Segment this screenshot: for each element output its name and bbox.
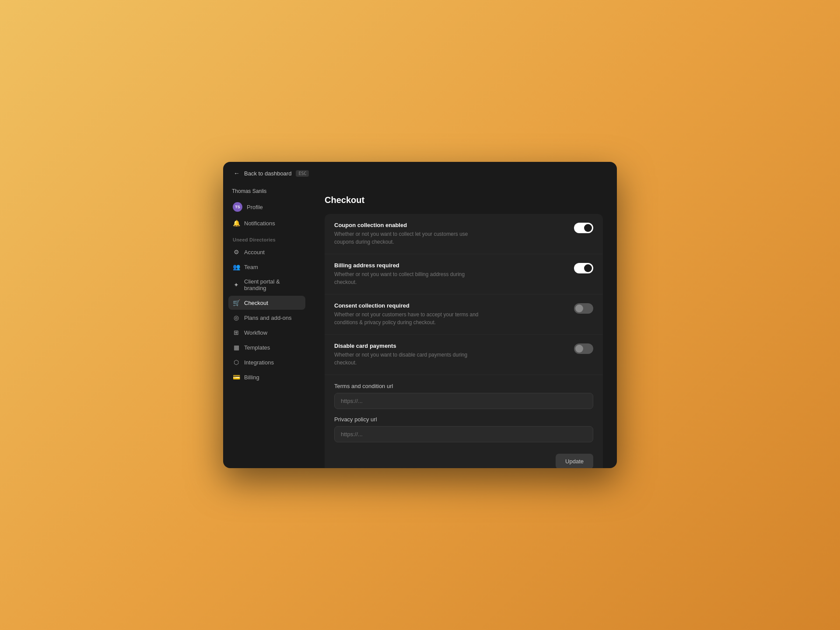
sidebar-item-label: Profile <box>247 204 263 210</box>
sidebar-item-notifications[interactable]: 🔔 Notifications <box>228 216 305 230</box>
sidebar-item-account[interactable]: ⚙ Account <box>228 245 305 259</box>
sidebar-item-label: Workflow <box>244 329 267 336</box>
toggle-thumb <box>575 304 583 312</box>
content-area: Checkout Coupon collection enabled Wheth… <box>311 185 617 468</box>
sidebar-section-org: Uneed Directories <box>228 231 305 245</box>
sidebar-item-client-portal[interactable]: ✦ Client portal & branding <box>228 275 305 295</box>
settings-card: Coupon collection enabled Whether or not… <box>325 214 603 468</box>
sidebar: Thomas Sanlis TS Profile 🔔 Notifications… <box>223 185 311 468</box>
top-bar: ← Back to dashboard ESC <box>223 162 617 185</box>
setting-text: Consent collection required Whether or n… <box>334 302 565 326</box>
sidebar-item-integrations[interactable]: ⬡ Integrations <box>228 355 305 369</box>
sidebar-item-label: Checkout <box>244 300 268 306</box>
user-name: Thomas Sanlis <box>228 185 305 199</box>
templates-icon: ▦ <box>233 344 240 351</box>
setting-text: Billing address required Whether or not … <box>334 262 565 286</box>
integrations-icon: ⬡ <box>233 359 240 366</box>
update-btn-container: Update <box>325 450 603 468</box>
setting-desc: Whether or not you want to collect billi… <box>334 270 483 286</box>
sidebar-item-team[interactable]: 👥 Team <box>228 260 305 274</box>
setting-label: Billing address required <box>334 262 565 269</box>
setting-label: Coupon collection enabled <box>334 222 565 228</box>
privacy-label: Privacy policy url <box>334 416 593 423</box>
sidebar-item-checkout[interactable]: 🛒 Checkout <box>228 296 305 310</box>
workflow-icon: ⊞ <box>233 329 240 336</box>
toggle-thumb <box>584 224 592 232</box>
setting-desc: Whether or not you want to disable card … <box>334 351 483 367</box>
consent-toggle[interactable] <box>574 303 593 314</box>
plans-icon: ◎ <box>233 314 240 321</box>
terms-label: Terms and condition url <box>334 383 593 389</box>
sidebar-item-profile[interactable]: TS Profile <box>228 199 305 215</box>
bell-icon: 🔔 <box>233 220 240 227</box>
sidebar-item-label: Billing <box>244 374 259 381</box>
url-section: Terms and condition url Privacy policy u… <box>325 375 603 450</box>
setting-row-card: Disable card payments Whether or not you… <box>325 335 603 375</box>
toggle-thumb <box>584 264 592 272</box>
account-icon: ⚙ <box>233 248 240 256</box>
setting-row-billing: Billing address required Whether or not … <box>325 254 603 294</box>
sidebar-item-label: Notifications <box>244 220 275 227</box>
setting-desc: Whether or not your customers have to ac… <box>334 311 483 326</box>
sidebar-item-label: Templates <box>244 344 270 351</box>
sidebar-item-billing[interactable]: 💳 Billing <box>228 370 305 384</box>
sidebar-item-label: Account <box>244 249 265 256</box>
team-icon: 👥 <box>233 263 240 270</box>
setting-row-coupon: Coupon collection enabled Whether or not… <box>325 214 603 254</box>
terms-input[interactable] <box>334 393 593 409</box>
main-layout: Thomas Sanlis TS Profile 🔔 Notifications… <box>223 185 617 468</box>
privacy-input[interactable] <box>334 426 593 442</box>
checkout-icon: 🛒 <box>233 299 240 306</box>
billing-icon: 💳 <box>233 374 240 381</box>
setting-label: Disable card payments <box>334 343 565 349</box>
avatar: TS <box>233 202 242 212</box>
sidebar-item-label: Client portal & branding <box>244 278 301 291</box>
setting-text: Coupon collection enabled Whether or not… <box>334 222 565 246</box>
sidebar-item-label: Team <box>244 264 258 270</box>
coupon-toggle[interactable] <box>574 223 593 233</box>
back-arrow-icon: ← <box>234 170 240 177</box>
sidebar-item-label: Plans and add-ons <box>244 315 291 321</box>
setting-label: Consent collection required <box>334 302 565 309</box>
sidebar-item-label: Integrations <box>244 359 274 366</box>
sidebar-item-templates[interactable]: ▦ Templates <box>228 340 305 354</box>
sidebar-item-plans[interactable]: ◎ Plans and add-ons <box>228 311 305 325</box>
card-toggle[interactable] <box>574 343 593 354</box>
app-window: ← Back to dashboard ESC Thomas Sanlis TS… <box>223 162 617 468</box>
page-title: Checkout <box>325 195 603 205</box>
toggle-thumb <box>575 345 583 353</box>
update-button[interactable]: Update <box>556 454 593 468</box>
setting-desc: Whether or not you want to collect let y… <box>334 230 483 246</box>
esc-badge: ESC <box>296 170 309 177</box>
portal-icon: ✦ <box>233 281 240 288</box>
setting-text: Disable card payments Whether or not you… <box>334 343 565 367</box>
sidebar-item-workflow[interactable]: ⊞ Workflow <box>228 326 305 340</box>
setting-row-consent: Consent collection required Whether or n… <box>325 294 603 335</box>
back-to-dashboard-link[interactable]: Back to dashboard <box>244 170 291 177</box>
billing-toggle[interactable] <box>574 263 593 273</box>
